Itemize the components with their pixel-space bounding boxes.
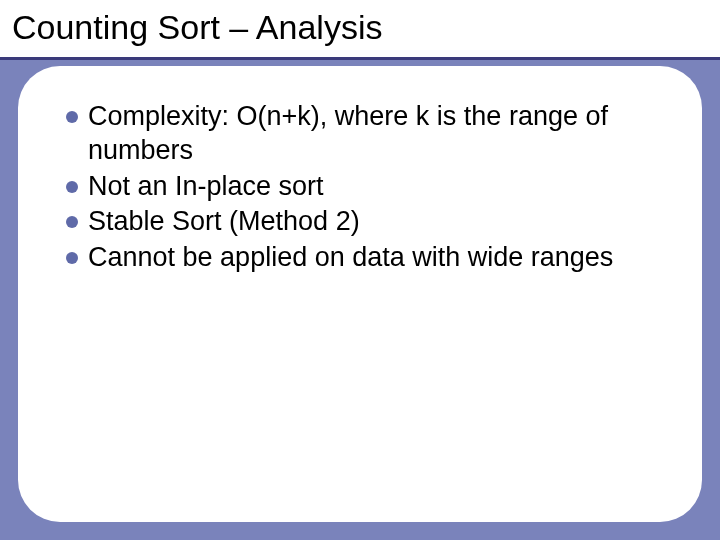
slide-title-area: Counting Sort – Analysis [0,0,720,60]
list-item: Not an In-place sort [66,170,664,204]
slide-content-box: Complexity: O(n+k), where k is the range… [18,66,702,522]
list-item: Complexity: O(n+k), where k is the range… [66,100,664,168]
bullet-list: Complexity: O(n+k), where k is the range… [66,100,664,275]
slide-title: Counting Sort – Analysis [12,8,708,47]
list-item: Cannot be applied on data with wide rang… [66,241,664,275]
list-item: Stable Sort (Method 2) [66,205,664,239]
